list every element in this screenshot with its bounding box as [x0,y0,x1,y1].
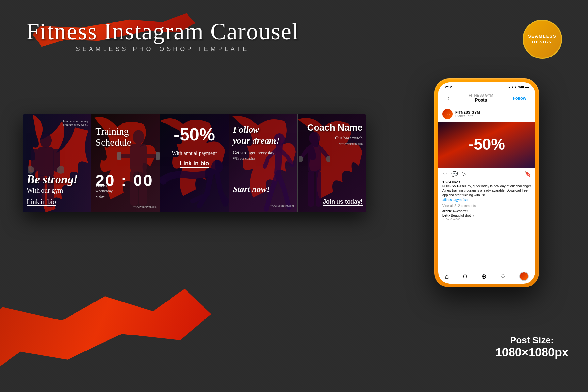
carousel-panel-1: Join our new trainingprogram every week.… [23,114,91,212]
panel-3-link: Link in bio [180,160,209,168]
page-subtitle: SEAMLESS PHOTOSHOP TEMPLATE [26,46,299,53]
panel-5-coach-label: Our best coach [335,136,363,141]
search-icon[interactable]: ⊙ [463,273,467,280]
panel-3-discount: -50% [174,124,215,144]
panel-3-annual: With annual payment [172,150,217,156]
post-action-left: ♡ 💬 ▷ [442,170,466,177]
carousel-panel-3: -50% With annual payment Link in bio [160,114,229,212]
comment-1-text: Awesome! [453,209,468,213]
post-username: FITNESS GYM [455,110,523,114]
badge-line2: DESIGN [532,39,552,45]
post-size-section: Post Size: 1080×1080px [496,335,568,359]
profile-icon[interactable] [519,272,529,281]
panel-4-coaches: With our coaches [233,157,256,160]
phone-mockup: 2:12 ▲▲▲ wifi ▬ ‹ FITNESS GYM Posts Foll… [434,78,539,287]
caption-hashtags: #fitness#gym #sport [442,198,472,202]
view-comments-link[interactable]: View all 212 comments [438,204,535,209]
heart-nav-icon[interactable]: ♡ [500,273,506,280]
panel-4-sub: Get stronger every day [233,150,275,155]
post-image-svg: -50% [438,122,535,168]
post-likes: 1,234 likes [438,180,535,184]
phone-status-bar: 2:12 ▲▲▲ wifi ▬ [438,82,535,90]
post-header: FG FITNESS GYM Planet Earth ··· [438,106,535,122]
panel-5-name: Coach Name [307,122,363,133]
carousel-panel-5: Coach Name Our best coach www.yourgym.co… [298,114,366,212]
like-icon[interactable]: ♡ [442,170,448,177]
post-size-label: Post Size: [496,335,568,346]
post-timestamp: 1 DAY AGO [438,218,535,223]
add-post-icon[interactable]: ⊕ [481,272,487,280]
svg-text:-50%: -50% [468,136,505,153]
panel-1-content: Join our new trainingprogram every week.… [23,114,91,212]
post-more-icon[interactable]: ··· [525,111,531,117]
panel-4-cta: Start now! [233,185,270,194]
panel-5-join: Join us today! [323,198,363,206]
phone-screen: 2:12 ▲▲▲ wifi ▬ ‹ FITNESS GYM Posts Foll… [438,82,535,284]
comment-1: archie Awesome! [438,209,535,213]
page-title: Fitness Instagram Carousel [26,20,299,43]
panel-4-heading: Followyour dream! [233,124,280,146]
comment-2-user: betty [442,214,450,217]
home-icon[interactable]: ⌂ [445,273,449,280]
panel-1-small-text: Join our new trainingprogram every week. [63,119,88,127]
panel-5-content: Coach Name Our best coach www.yourgym.co… [298,114,366,212]
panel-1-cta: Link in bio [27,198,56,206]
phone-frame: 2:12 ▲▲▲ wifi ▬ ‹ FITNESS GYM Posts Foll… [434,78,539,287]
comment-1-user: archie [442,209,452,213]
panel-2-title: Training Schedule [95,126,160,148]
phone-status-icons: ▲▲▲ wifi ▬ [508,85,529,89]
panel-2-website: www.yourgym.com [133,205,156,208]
panel-5-website: www.yourgym.com [339,142,363,145]
battery-icon: ▬ [525,85,529,89]
post-actions: ♡ 💬 ▷ 🔖 [438,168,535,180]
ig-nav: ‹ FITNESS GYM Posts Follow [443,92,530,104]
carousel-panel-4: Followyour dream! Get stronger every day… [229,114,298,212]
panel-3-content: -50% With annual payment Link in bio [160,114,228,212]
panel-4-website: www.yourgym.com [271,204,294,207]
panel-4-content: Followyour dream! Get stronger every day… [229,114,297,212]
phone-bottom-nav: ⌂ ⊙ ⊕ ♡ [438,269,535,284]
comment-icon[interactable]: 💬 [451,171,458,177]
post-size-dimensions: 1080×1080px [496,346,568,359]
panel-2-content: Training Schedule 20 : 00 MondayWednesda… [91,114,160,212]
post-image-overlay: -50% [438,122,535,168]
carousel-panel-2: Training Schedule 20 : 00 MondayWednesda… [91,114,160,212]
bookmark-icon[interactable]: 🔖 [525,171,531,177]
post-caption: FITNESS GYM Hey, guys!Today is new day o… [438,184,535,204]
ig-posts-label: Posts [469,97,493,103]
post-avatar: FG [442,109,453,119]
comment-2: betty Beautiful shot :) [438,213,535,218]
header-section: Fitness Instagram Carousel SEAMLESS PHOT… [26,20,299,53]
caption-username: FITNESS GYM [442,184,465,188]
comment-2-text: Beautiful shot :) [451,214,474,217]
post-info: FITNESS GYM Planet Earth [455,110,523,118]
panel-1-heading: Be strong! [27,172,78,186]
wifi-icon: wifi [518,85,524,89]
carousel-strip: Join our new trainingprogram every week.… [23,114,366,212]
panel-1-sub: With our gym [27,187,63,194]
post-image: -50% [438,122,535,168]
share-icon[interactable]: ▷ [462,171,466,177]
badge-line1: SEAMLESS [528,33,557,39]
panel-2-days: MondayWednesdayFriday [95,184,113,199]
instagram-header: ‹ FITNESS GYM Posts Follow [438,90,535,106]
ig-follow-button[interactable]: Follow [513,96,526,101]
post-location: Planet Earth [455,114,523,118]
back-icon[interactable]: ‹ [447,95,449,102]
seamless-badge: SEAMLESS DESIGN [523,20,562,59]
phone-time: 2:12 [445,85,452,89]
signal-icon: ▲▲▲ [508,85,517,89]
ig-profile-name: FITNESS GYM [469,93,493,97]
